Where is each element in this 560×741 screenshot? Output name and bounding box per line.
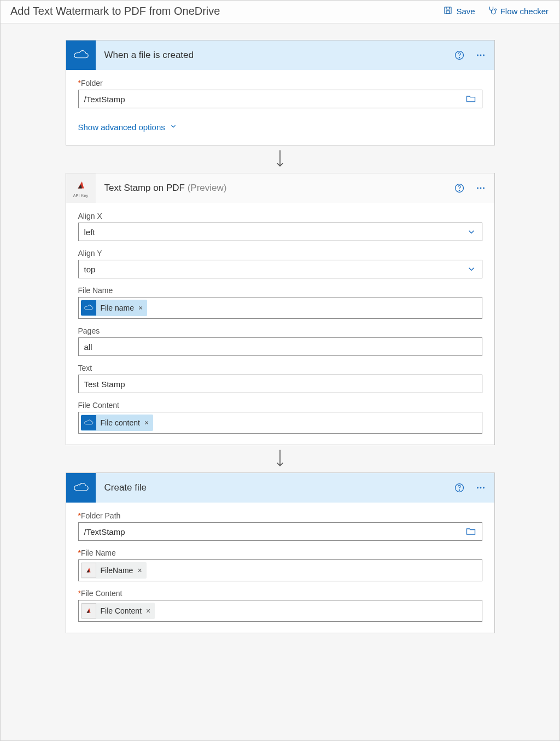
flow-arrow — [274, 145, 286, 173]
createfile-body: *Folder Path /TextStamp *File Name — [66, 503, 494, 633]
svg-rect-1 — [446, 11, 450, 14]
flow-checker-button[interactable]: Flow checker — [487, 5, 549, 17]
pages-field: Pages all — [78, 326, 482, 356]
pages-label: Pages — [78, 326, 482, 335]
token-label: File name — [101, 304, 134, 312]
show-advanced-label: Show advanced options — [78, 122, 165, 132]
svg-point-2 — [494, 9, 496, 10]
cf-filename-field: *File Name FileName × — [78, 549, 482, 581]
trigger-title: When a file is created — [96, 50, 454, 61]
folder-picker-icon[interactable] — [465, 526, 479, 537]
trigger-actions — [454, 49, 487, 61]
topbar-actions: Save Flow checker — [443, 5, 549, 17]
save-button[interactable]: Save — [443, 5, 475, 17]
folderpath-value: /TextStamp — [84, 527, 465, 536]
stethoscope-icon — [487, 5, 497, 17]
cf-filename-input[interactable]: FileName × — [78, 559, 482, 581]
apikey-icon: API Key — [66, 173, 96, 203]
folder-picker-icon[interactable] — [465, 94, 479, 104]
token-remove[interactable]: × — [137, 566, 142, 575]
alignx-field: Align X left — [78, 212, 482, 241]
text-value: Test Stamp — [84, 380, 479, 389]
svg-point-9 — [459, 190, 459, 191]
folderpath-label: *Folder Path — [78, 511, 482, 520]
onedrive-icon — [81, 300, 96, 316]
dynamic-token-filename[interactable]: File name × — [81, 300, 148, 316]
show-advanced-link[interactable]: Show advanced options — [78, 116, 177, 134]
pages-value: all — [84, 342, 479, 352]
flow-title: Add Text Watermark to PDF from OneDrive — [10, 5, 220, 17]
alignx-value: left — [84, 227, 466, 237]
token-remove[interactable]: × — [146, 606, 150, 615]
svg-point-4 — [459, 57, 459, 58]
dynamic-token-filecontent[interactable]: File content × — [81, 415, 154, 431]
text-label: Text — [78, 364, 482, 372]
createfile-card: Create file *Folder Path /TextStamp — [66, 472, 495, 633]
svg-point-6 — [480, 55, 481, 56]
filecontent-label: File Content — [78, 401, 482, 410]
text-input[interactable]: Test Stamp — [78, 375, 482, 393]
flow-canvas: When a file is created *Folder /TextStam… — [1, 24, 559, 650]
alignx-select[interactable]: left — [78, 223, 482, 241]
dynamic-token-filecontent[interactable]: File Content × — [81, 603, 155, 619]
svg-point-12 — [483, 188, 485, 189]
help-icon[interactable] — [454, 50, 465, 61]
apikey-icon — [81, 563, 96, 578]
more-icon[interactable] — [475, 49, 487, 61]
svg-point-7 — [483, 55, 485, 56]
aligny-field: Align Y top — [78, 249, 482, 278]
filename-input[interactable]: File name × — [78, 297, 482, 319]
svg-point-16 — [480, 487, 481, 489]
stamp-header[interactable]: API Key Text Stamp on PDF (Preview) — [66, 173, 494, 203]
folder-field: *Folder /TextStamp — [78, 79, 482, 108]
token-remove[interactable]: × — [138, 304, 143, 312]
chevron-down-icon — [466, 227, 479, 237]
save-icon — [443, 5, 453, 17]
more-icon[interactable] — [475, 482, 487, 494]
token-label: FileName — [101, 566, 133, 575]
onedrive-icon — [66, 40, 96, 70]
cf-filecontent-field: *File Content File Content × — [78, 589, 482, 622]
createfile-title: Create file — [96, 482, 454, 493]
flow-arrow — [274, 445, 286, 472]
filename-label: File Name — [78, 286, 482, 295]
svg-point-17 — [483, 487, 485, 489]
filecontent-input[interactable]: File content × — [78, 412, 482, 434]
svg-point-11 — [480, 188, 481, 189]
dynamic-token-filename[interactable]: FileName × — [81, 562, 147, 579]
folder-value: /TextStamp — [84, 95, 465, 104]
flow-checker-label: Flow checker — [500, 7, 549, 16]
alignx-label: Align X — [78, 212, 482, 220]
token-remove[interactable]: × — [144, 418, 149, 427]
text-field: Text Test Stamp — [78, 364, 482, 393]
cf-filecontent-label: *File Content — [78, 589, 482, 598]
folderpath-input[interactable]: /TextStamp — [78, 522, 482, 541]
more-icon[interactable] — [475, 182, 487, 194]
createfile-header[interactable]: Create file — [66, 473, 494, 503]
filename-field: File Name File name × — [78, 286, 482, 319]
flow-designer-frame: Add Text Watermark to PDF from OneDrive … — [0, 0, 560, 741]
trigger-header[interactable]: When a file is created — [66, 40, 494, 70]
onedrive-icon — [66, 473, 96, 503]
help-icon[interactable] — [454, 183, 465, 194]
apikey-icon — [81, 603, 96, 619]
folderpath-field: *Folder Path /TextStamp — [78, 511, 482, 541]
svg-point-14 — [459, 490, 459, 491]
trigger-body: *Folder /TextStamp Show advanced options — [66, 70, 494, 145]
svg-point-10 — [477, 188, 479, 189]
cf-filename-label: *File Name — [78, 549, 482, 557]
stamp-actions — [454, 182, 487, 194]
pages-input[interactable]: all — [78, 337, 482, 356]
save-label: Save — [456, 7, 475, 16]
token-label: File Content — [101, 606, 142, 615]
aligny-label: Align Y — [78, 249, 482, 258]
aligny-select[interactable]: top — [78, 260, 482, 278]
svg-rect-0 — [445, 7, 451, 14]
filecontent-field: File Content File content × — [78, 401, 482, 434]
cf-filecontent-input[interactable]: File Content × — [78, 600, 482, 622]
onedrive-icon — [81, 415, 96, 430]
folder-input[interactable]: /TextStamp — [78, 90, 482, 108]
trigger-card: When a file is created *Folder /TextStam… — [66, 40, 495, 145]
topbar: Add Text Watermark to PDF from OneDrive … — [1, 1, 559, 24]
help-icon[interactable] — [454, 482, 465, 493]
